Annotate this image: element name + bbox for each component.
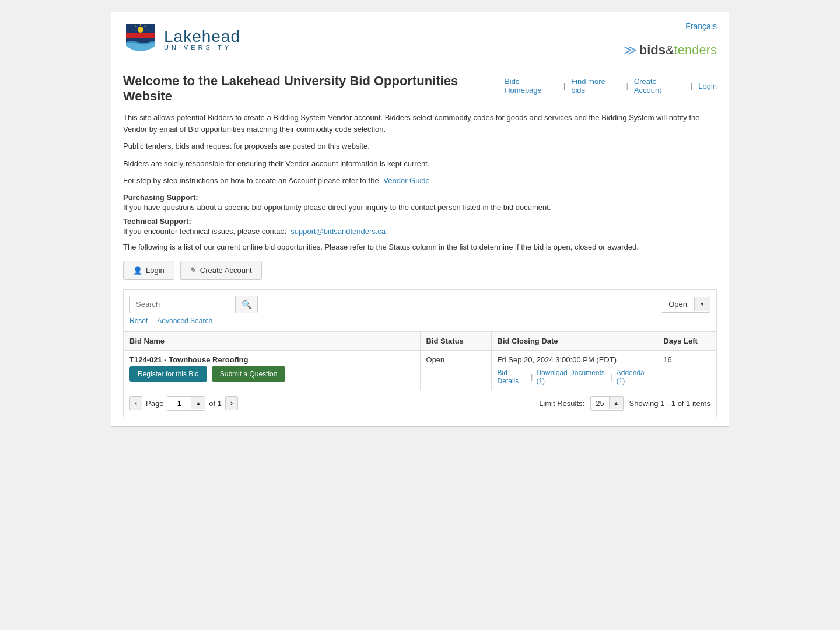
support-email-link[interactable]: support@bidsandtenders.ca xyxy=(290,227,386,236)
prev-page-button[interactable]: ‹ xyxy=(130,396,142,410)
create-account-button[interactable]: ✎ Create Account xyxy=(180,261,262,280)
create-account-nav-link[interactable]: Create Account xyxy=(634,77,685,94)
advanced-search-link[interactable]: Advanced Search xyxy=(157,317,212,325)
description-p4-text: For step by step instructions on how to … xyxy=(123,176,379,185)
search-input[interactable] xyxy=(130,296,235,312)
description-p1: This site allows potential Bidders to cr… xyxy=(123,112,717,135)
search-links: Reset Advanced Search xyxy=(130,317,710,325)
bids-text: bids xyxy=(639,43,666,58)
bid-details-link[interactable]: Bid Details xyxy=(498,369,528,385)
bids-homepage-link[interactable]: Bids Homepage xyxy=(505,77,558,94)
purchasing-support-section: Purchasing Support: If you have question… xyxy=(123,192,717,212)
bid-name-cell: T124-021 - Townhouse Reroofing Register … xyxy=(124,350,421,390)
page-title: Welcome to the Lakehead University Bid O… xyxy=(123,74,505,104)
main-content: Welcome to the Lakehead University Bid O… xyxy=(111,64,729,426)
edit-icon: ✎ xyxy=(190,266,197,275)
separator-1: | xyxy=(531,373,533,381)
page-input-arrow[interactable]: ▲ xyxy=(191,397,205,409)
showing-text: Showing 1 - 1 of 1 items xyxy=(629,399,710,408)
ampersand: & xyxy=(666,43,674,58)
addenda-link[interactable]: Addenda (1) xyxy=(617,369,652,385)
bid-status-cell: Open xyxy=(420,350,491,390)
description-p2: Public tenders, bids and request for pro… xyxy=(123,141,717,152)
page-input[interactable] xyxy=(167,397,191,410)
limit-label: Limit Results: xyxy=(539,399,584,408)
pagination-right: Limit Results: 25 ▲ Showing 1 - 1 of 1 i… xyxy=(539,396,710,411)
next-page-button[interactable]: › xyxy=(225,396,238,410)
find-more-bids-link[interactable]: Find more bids xyxy=(571,77,620,94)
pagination-row: ‹ Page ▲ of 1 › Limit Results: 25 ▲ Sho xyxy=(123,390,717,417)
action-buttons: 👤 Login ✎ Create Account xyxy=(123,261,717,280)
university-subtitle: UNIVERSITY xyxy=(164,44,240,51)
description-section: This site allows potential Bidders to cr… xyxy=(123,112,717,187)
table-header-row: Bid Name Bid Status Bid Closing Date Day… xyxy=(124,331,717,350)
purchasing-support-text: If you have questions about a specific b… xyxy=(123,203,717,212)
login-button-label: Login xyxy=(146,266,164,275)
person-icon: 👤 xyxy=(133,266,142,275)
technical-support-text: If you encounter technical issues, pleas… xyxy=(123,227,717,236)
description-p4: For step by step instructions on how to … xyxy=(123,175,717,187)
logo-area: Lakehead UNIVERSITY xyxy=(123,22,240,57)
download-documents-link[interactable]: Download Documents (1) xyxy=(536,369,607,385)
submit-question-button[interactable]: Submit a Question xyxy=(212,366,286,382)
col-bid-status: Bid Status xyxy=(420,331,491,350)
logo-text-group: Lakehead UNIVERSITY xyxy=(164,27,240,51)
bid-links: Bid Details | Download Documents (1) | A… xyxy=(498,369,652,385)
nav-sep-1: | xyxy=(564,82,565,90)
top-nav: Bids Homepage | Find more bids | Create … xyxy=(505,77,717,94)
bid-closing-date: Fri Sep 20, 2024 3:00:00 PM (EDT) xyxy=(498,355,652,364)
limit-arrow-icon[interactable]: ▲ xyxy=(609,397,623,409)
search-icon: 🔍 xyxy=(242,300,251,309)
search-row: 🔍 Open ▾ xyxy=(130,296,710,313)
purchasing-support-label: Purchasing Support: xyxy=(123,193,198,202)
description-p3: Bidders are solely responsible for ensur… xyxy=(123,158,717,170)
page-header-row: Welcome to the Lakehead University Bid O… xyxy=(123,74,717,104)
university-logo xyxy=(123,22,158,57)
bids-tenders-logo: ≫ bids & tenders xyxy=(624,43,717,58)
technical-support-section: Technical Support: If you encounter tech… xyxy=(123,216,717,236)
chevron-icon: ≫ xyxy=(624,43,637,58)
svg-rect-0 xyxy=(126,33,155,38)
svg-point-1 xyxy=(138,27,144,33)
francais-link[interactable]: Français xyxy=(685,22,717,31)
col-days-left: Days Left xyxy=(657,331,717,350)
reset-link[interactable]: Reset xyxy=(130,317,148,325)
nav-sep-2: | xyxy=(626,82,628,90)
page-input-group: ▲ xyxy=(167,396,205,411)
nav-sep-3: | xyxy=(691,82,692,90)
bid-closing-cell: Fri Sep 20, 2024 3:00:00 PM (EDT) Bid De… xyxy=(491,350,657,390)
table-row: T124-021 - Townhouse Reroofing Register … xyxy=(124,350,717,390)
page-label: Page xyxy=(146,399,163,408)
search-button[interactable]: 🔍 xyxy=(235,296,257,313)
search-input-group: 🔍 xyxy=(130,296,258,313)
of-label: of 1 xyxy=(209,399,222,408)
tenders-text: tenders xyxy=(674,43,717,58)
limit-value: 25 xyxy=(591,397,608,410)
pagination-left: ‹ Page ▲ of 1 › xyxy=(130,396,238,411)
bid-list-note: The following is a list of our current o… xyxy=(123,243,717,251)
vendor-guide-link[interactable]: Vendor Guide xyxy=(383,176,430,185)
login-button[interactable]: 👤 Login xyxy=(123,261,174,280)
status-dropdown[interactable]: Open ▾ xyxy=(661,296,710,313)
header-right: Français ≫ bids & tenders xyxy=(624,22,717,58)
dropdown-arrow-icon[interactable]: ▾ xyxy=(694,297,710,312)
technical-support-label: Technical Support: xyxy=(123,217,191,226)
register-bid-button[interactable]: Register for this Bid xyxy=(130,366,207,382)
bid-name: T124-021 - Townhouse Reroofing xyxy=(130,355,414,364)
login-nav-link[interactable]: Login xyxy=(698,82,717,90)
bid-row-actions: Register for this Bid Submit a Question xyxy=(130,366,414,382)
separator-2: | xyxy=(611,373,613,381)
bid-table: Bid Name Bid Status Bid Closing Date Day… xyxy=(123,331,717,390)
search-area: 🔍 Open ▾ Reset Advanced Search xyxy=(123,289,717,331)
header: Lakehead UNIVERSITY Français ≫ bids & te… xyxy=(111,12,729,64)
create-account-button-label: Create Account xyxy=(200,266,252,275)
col-bid-name: Bid Name xyxy=(124,331,421,350)
col-bid-closing-date: Bid Closing Date xyxy=(491,331,657,350)
days-left-cell: 16 xyxy=(657,350,717,390)
limit-dropdown[interactable]: 25 ▲ xyxy=(590,396,623,411)
status-dropdown-label: Open xyxy=(662,296,694,312)
